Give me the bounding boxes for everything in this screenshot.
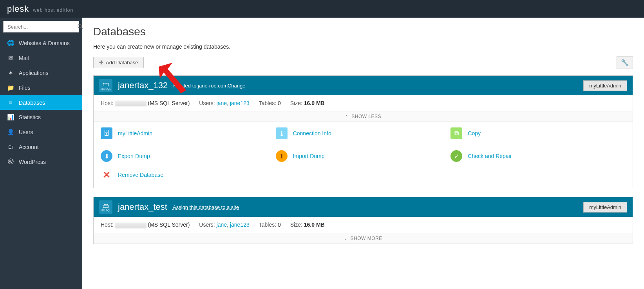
export-icon: ⬇: [101, 150, 112, 162]
sidebar-item-label: Statistics: [19, 114, 41, 120]
remove-icon: ✕: [101, 169, 112, 181]
main-content: Databases Here you can create new or man…: [82, 18, 644, 289]
sidebar-item-statistics[interactable]: 📊Statistics: [0, 110, 82, 125]
sidebar-item-files[interactable]: 📁Files: [0, 80, 82, 95]
user-link[interactable]: jane123: [230, 100, 250, 106]
action-label: Check and Repair: [468, 153, 512, 159]
sidebar-item-label: Mail: [19, 55, 29, 61]
wordpress-icon: ⓦ: [7, 158, 14, 165]
sidebar-item-label: Files: [19, 85, 31, 91]
check-icon: ✓: [450, 150, 462, 162]
database-relation: Assign this database to a site: [173, 204, 239, 210]
database-info: Host: (MS SQL Server)Users: jane, jane12…: [94, 95, 633, 111]
database-name[interactable]: janertax_test: [118, 202, 167, 212]
database-header: 🗃MS SQLjanertax_132Related to jane-roe.c…: [94, 76, 633, 95]
action-export-dump[interactable]: ⬇Export Dump: [101, 150, 276, 162]
plus-icon: ✚: [99, 60, 103, 65]
remove-row: ✕Remove Database: [94, 169, 633, 188]
size-field: Size: 16.0 MB: [290, 100, 325, 106]
sidebar-item-label: Users: [19, 129, 33, 135]
sidebar: 🌐Websites & Domains✉Mail✶Applications📁Fi…: [0, 18, 82, 289]
toolbar: ✚ Add Database 🔧: [93, 56, 633, 69]
database-actions: 🗄myLittleAdminℹConnection Info⧉Copy⬇Expo…: [94, 122, 633, 169]
database-relation: Related to jane-roe.comChange: [173, 83, 245, 89]
tables-field: Tables: 0: [259, 222, 281, 228]
copy-icon: ⧉: [450, 127, 462, 139]
database-icon: ≡: [7, 99, 14, 106]
database-card: 🗃MS SQLjanertax_132Related to jane-roe.c…: [93, 75, 633, 188]
database-header: 🗃MS SQLjanertax_testAssign this database…: [94, 197, 633, 217]
sidebar-item-label: Applications: [19, 70, 49, 76]
assign-site-link[interactable]: Assign this database to a site: [173, 204, 239, 210]
database-card: 🗃MS SQLjanertax_testAssign this database…: [93, 197, 633, 244]
sidebar-item-users[interactable]: 👤Users: [0, 125, 82, 140]
brand-logo: plesk web host edition: [7, 4, 73, 14]
related-prefix: Related to: [173, 83, 198, 89]
add-database-button[interactable]: ✚ Add Database: [93, 57, 144, 68]
sidebar-item-websites-domains[interactable]: 🌐Websites & Domains: [0, 36, 82, 51]
search-box[interactable]: [3, 21, 79, 33]
sidebar-item-label: Websites & Domains: [19, 40, 70, 46]
sidebar-item-label: Account: [19, 144, 39, 150]
wrench-icon: 🔧: [621, 59, 629, 66]
host-field: Host: (MS SQL Server): [101, 222, 190, 228]
action-check-and-repair[interactable]: ✓Check and Repair: [450, 150, 626, 162]
action-label: Export Dump: [118, 153, 150, 159]
sidebar-item-applications[interactable]: ✶Applications: [0, 65, 82, 80]
action-mylittleadmin[interactable]: 🗄myLittleAdmin: [101, 127, 276, 139]
search-input[interactable]: [4, 22, 77, 31]
db-icon: 🗄: [101, 127, 112, 139]
action-label: Import Dump: [293, 153, 325, 159]
mssql-icon: 🗃MS SQL: [99, 200, 112, 214]
action-label: Copy: [468, 130, 481, 136]
stats-icon: 📊: [7, 114, 14, 121]
sidebar-item-label: Databases: [19, 100, 45, 106]
action-connection-info[interactable]: ℹConnection Info: [276, 127, 451, 139]
show-less-toggle[interactable]: ⌃ SHOW LESS: [94, 111, 633, 122]
sidebar-item-label: WordPress: [19, 159, 46, 165]
user-icon: 👤: [7, 129, 14, 136]
tables-field: Tables: 0: [259, 100, 281, 106]
chevron-icon: ⌃: [345, 115, 349, 119]
sidebar-item-mail[interactable]: ✉Mail: [0, 51, 82, 65]
card-icon: 🗂: [7, 144, 14, 150]
show-more-toggle[interactable]: ⌄ SHOW MORE: [94, 233, 633, 244]
brand-name: plesk: [7, 4, 29, 14]
user-link[interactable]: jane: [217, 100, 227, 106]
user-link[interactable]: jane123: [230, 222, 250, 228]
action-copy[interactable]: ⧉Copy: [450, 127, 626, 139]
add-database-label: Add Database: [106, 60, 138, 65]
gear-icon: ✶: [7, 69, 14, 76]
action-label: myLittleAdmin: [118, 130, 152, 136]
users-field: Users: jane, jane123: [199, 222, 249, 228]
database-name[interactable]: janertax_132: [118, 80, 168, 91]
mylittleadmin-button[interactable]: myLittleAdmin: [583, 80, 627, 91]
svg-point-0: [78, 24, 81, 28]
page-title: Databases: [93, 25, 633, 38]
sidebar-item-account[interactable]: 🗂Account: [0, 140, 82, 154]
info-icon: ℹ: [276, 127, 288, 139]
related-domain: jane-roe.com: [198, 83, 228, 89]
users-field: Users: jane, jane123: [199, 100, 249, 106]
user-link[interactable]: jane: [217, 222, 227, 228]
globe-icon: 🌐: [7, 40, 14, 47]
action-remove-database[interactable]: ✕Remove Database: [101, 169, 626, 181]
sidebar-item-wordpress[interactable]: ⓦWordPress: [0, 154, 82, 169]
action-label: Connection Info: [293, 130, 331, 136]
tools-button[interactable]: 🔧: [617, 56, 633, 69]
page-description: Here you can create new or manage existi…: [93, 44, 633, 50]
host-field: Host: (MS SQL Server): [101, 100, 190, 106]
brand-edition: web host edition: [33, 7, 73, 13]
topbar: plesk web host edition: [0, 0, 644, 18]
sidebar-search: [0, 18, 82, 36]
remove-label: Remove Database: [118, 172, 163, 178]
sidebar-item-databases[interactable]: ≡Databases: [0, 95, 82, 110]
folder-icon: 📁: [7, 84, 14, 91]
import-icon: ⬆: [276, 150, 288, 162]
action-import-dump[interactable]: ⬆Import Dump: [276, 150, 451, 162]
database-info: Host: (MS SQL Server)Users: jane, jane12…: [94, 217, 633, 233]
mylittleadmin-button[interactable]: myLittleAdmin: [583, 202, 627, 213]
change-link[interactable]: Change: [228, 83, 246, 89]
mail-icon: ✉: [7, 55, 14, 62]
size-field: Size: 16.0 MB: [290, 222, 325, 228]
